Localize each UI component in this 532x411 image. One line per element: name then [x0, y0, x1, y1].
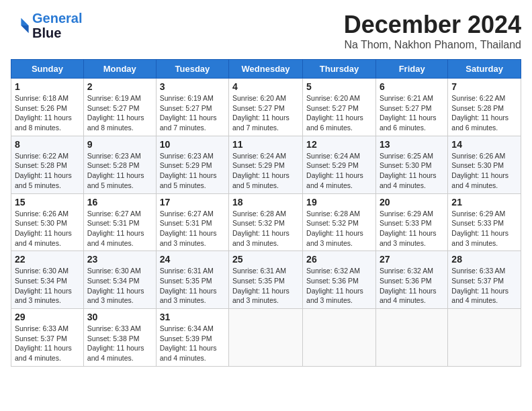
day-number: 3 — [160, 81, 225, 92]
day-number: 24 — [160, 254, 225, 265]
calendar-cell: 1Sunrise: 6:18 AMSunset: 5:26 PMDaylight… — [11, 79, 84, 136]
calendar-cell: 8Sunrise: 6:22 AMSunset: 5:28 PMDaylight… — [11, 136, 84, 193]
day-number: 16 — [87, 197, 152, 208]
calendar-cell: 12Sunrise: 6:24 AMSunset: 5:29 PMDayligh… — [303, 136, 376, 193]
calendar-cell: 26Sunrise: 6:32 AMSunset: 5:36 PMDayligh… — [303, 251, 376, 309]
day-info: Sunrise: 6:22 AMSunset: 5:28 PMDaylight:… — [451, 93, 517, 133]
calendar-cell: 9Sunrise: 6:23 AMSunset: 5:28 PMDaylight… — [83, 136, 156, 193]
day-number: 1 — [15, 81, 80, 92]
calendar-cell: 16Sunrise: 6:27 AMSunset: 5:31 PMDayligh… — [83, 193, 156, 251]
day-info: Sunrise: 6:22 AMSunset: 5:28 PMDaylight:… — [15, 151, 80, 191]
day-info: Sunrise: 6:33 AMSunset: 5:37 PMDaylight:… — [15, 324, 80, 363]
day-number: 7 — [451, 81, 517, 92]
day-info: Sunrise: 6:32 AMSunset: 5:36 PMDaylight:… — [306, 266, 372, 306]
svg-marker-1 — [21, 26, 28, 33]
calendar-cell: 23Sunrise: 6:30 AMSunset: 5:34 PMDayligh… — [83, 251, 156, 309]
calendar-week: 15Sunrise: 6:26 AMSunset: 5:30 PMDayligh… — [11, 193, 521, 251]
calendar-cell: 7Sunrise: 6:22 AMSunset: 5:28 PMDaylight… — [448, 79, 521, 136]
calendar-cell: 13Sunrise: 6:25 AMSunset: 5:30 PMDayligh… — [375, 136, 447, 193]
day-number: 15 — [15, 197, 80, 208]
day-info: Sunrise: 6:19 AMSunset: 5:27 PMDaylight:… — [160, 93, 225, 133]
day-info: Sunrise: 6:21 AMSunset: 5:27 PMDaylight:… — [380, 93, 444, 133]
day-info: Sunrise: 6:27 AMSunset: 5:31 PMDaylight:… — [87, 209, 152, 248]
day-number: 14 — [451, 139, 517, 150]
calendar-cell: 24Sunrise: 6:31 AMSunset: 5:35 PMDayligh… — [156, 251, 228, 309]
day-info: Sunrise: 6:28 AMSunset: 5:32 PMDaylight:… — [232, 209, 299, 248]
calendar-cell — [375, 309, 447, 367]
logo: GeneralBlue — [11, 11, 82, 40]
weekday-header: Friday — [375, 60, 447, 79]
calendar-cell: 2Sunrise: 6:19 AMSunset: 5:27 PMDaylight… — [83, 79, 156, 136]
calendar-week: 8Sunrise: 6:22 AMSunset: 5:28 PMDaylight… — [11, 136, 521, 193]
day-info: Sunrise: 6:18 AMSunset: 5:26 PMDaylight:… — [15, 93, 80, 133]
calendar-cell: 30Sunrise: 6:33 AMSunset: 5:38 PMDayligh… — [83, 309, 156, 367]
day-number: 10 — [160, 139, 225, 150]
day-number: 26 — [306, 254, 372, 265]
day-number: 19 — [306, 197, 372, 208]
calendar-cell: 28Sunrise: 6:33 AMSunset: 5:37 PMDayligh… — [448, 251, 521, 309]
weekday-header: Wednesday — [229, 60, 303, 79]
day-info: Sunrise: 6:30 AMSunset: 5:34 PMDaylight:… — [15, 266, 80, 306]
calendar-cell: 5Sunrise: 6:20 AMSunset: 5:27 PMDaylight… — [303, 79, 376, 136]
day-info: Sunrise: 6:20 AMSunset: 5:27 PMDaylight:… — [306, 93, 372, 133]
day-number: 27 — [380, 254, 444, 265]
day-info: Sunrise: 6:23 AMSunset: 5:29 PMDaylight:… — [160, 151, 225, 191]
weekday-header: Tuesday — [156, 60, 228, 79]
calendar-cell: 10Sunrise: 6:23 AMSunset: 5:29 PMDayligh… — [156, 136, 228, 193]
day-number: 30 — [87, 312, 152, 322]
calendar-cell: 3Sunrise: 6:19 AMSunset: 5:27 PMDaylight… — [156, 79, 228, 136]
day-number: 12 — [306, 139, 372, 150]
day-number: 20 — [380, 197, 444, 208]
weekday-header: Saturday — [448, 60, 521, 79]
calendar-header: SundayMondayTuesdayWednesdayThursdayFrid… — [11, 60, 521, 79]
day-number: 6 — [380, 81, 444, 92]
weekday-header: Thursday — [303, 60, 376, 79]
calendar-cell: 25Sunrise: 6:31 AMSunset: 5:35 PMDayligh… — [229, 251, 303, 309]
day-number: 29 — [15, 312, 80, 322]
day-info: Sunrise: 6:30 AMSunset: 5:34 PMDaylight:… — [87, 266, 152, 306]
calendar-cell: 15Sunrise: 6:26 AMSunset: 5:30 PMDayligh… — [11, 193, 84, 251]
calendar-cell: 14Sunrise: 6:26 AMSunset: 5:30 PMDayligh… — [448, 136, 521, 193]
day-info: Sunrise: 6:33 AMSunset: 5:38 PMDaylight:… — [87, 324, 152, 363]
calendar-cell: 31Sunrise: 6:34 AMSunset: 5:39 PMDayligh… — [156, 309, 228, 367]
calendar-cell: 11Sunrise: 6:24 AMSunset: 5:29 PMDayligh… — [229, 136, 303, 193]
day-number: 13 — [380, 139, 444, 150]
calendar-cell: 22Sunrise: 6:30 AMSunset: 5:34 PMDayligh… — [11, 251, 84, 309]
day-number: 25 — [232, 254, 299, 265]
day-info: Sunrise: 6:34 AMSunset: 5:39 PMDaylight:… — [160, 324, 225, 363]
calendar-cell — [303, 309, 376, 367]
day-info: Sunrise: 6:23 AMSunset: 5:28 PMDaylight:… — [87, 151, 152, 191]
day-number: 28 — [451, 254, 517, 265]
day-info: Sunrise: 6:24 AMSunset: 5:29 PMDaylight:… — [232, 151, 299, 191]
month-title: December 2024 — [344, 11, 521, 39]
day-info: Sunrise: 6:26 AMSunset: 5:30 PMDaylight:… — [15, 209, 80, 248]
calendar-week: 1Sunrise: 6:18 AMSunset: 5:26 PMDaylight… — [11, 79, 521, 136]
calendar-cell: 18Sunrise: 6:28 AMSunset: 5:32 PMDayligh… — [229, 193, 303, 251]
calendar-week: 22Sunrise: 6:30 AMSunset: 5:34 PMDayligh… — [11, 251, 521, 309]
day-number: 17 — [160, 197, 225, 208]
day-info: Sunrise: 6:31 AMSunset: 5:35 PMDaylight:… — [160, 266, 225, 306]
day-info: Sunrise: 6:27 AMSunset: 5:31 PMDaylight:… — [160, 209, 225, 248]
svg-marker-0 — [21, 18, 28, 26]
calendar-cell: 29Sunrise: 6:33 AMSunset: 5:37 PMDayligh… — [11, 309, 84, 367]
day-info: Sunrise: 6:20 AMSunset: 5:27 PMDaylight:… — [232, 93, 299, 133]
day-info: Sunrise: 6:26 AMSunset: 5:30 PMDaylight:… — [451, 151, 517, 191]
calendar-cell: 27Sunrise: 6:32 AMSunset: 5:36 PMDayligh… — [375, 251, 447, 309]
weekday-header: Sunday — [11, 60, 84, 79]
day-number: 31 — [160, 312, 225, 322]
calendar-cell: 17Sunrise: 6:27 AMSunset: 5:31 PMDayligh… — [156, 193, 228, 251]
day-number: 11 — [232, 139, 299, 150]
day-info: Sunrise: 6:33 AMSunset: 5:37 PMDaylight:… — [451, 266, 517, 306]
title-block: December 2024 Na Thom, Nakhon Phanom, Th… — [344, 11, 521, 51]
weekday-header: Monday — [83, 60, 156, 79]
day-info: Sunrise: 6:31 AMSunset: 5:35 PMDaylight:… — [232, 266, 299, 306]
calendar-cell: 4Sunrise: 6:20 AMSunset: 5:27 PMDaylight… — [229, 79, 303, 136]
calendar-cell: 20Sunrise: 6:29 AMSunset: 5:33 PMDayligh… — [375, 193, 447, 251]
calendar-week: 29Sunrise: 6:33 AMSunset: 5:37 PMDayligh… — [11, 309, 521, 367]
day-info: Sunrise: 6:19 AMSunset: 5:27 PMDaylight:… — [87, 93, 152, 133]
day-number: 4 — [232, 81, 299, 92]
day-number: 18 — [232, 197, 299, 208]
day-info: Sunrise: 6:28 AMSunset: 5:32 PMDaylight:… — [306, 209, 372, 248]
day-info: Sunrise: 6:32 AMSunset: 5:36 PMDaylight:… — [380, 266, 444, 306]
day-number: 9 — [87, 139, 152, 150]
